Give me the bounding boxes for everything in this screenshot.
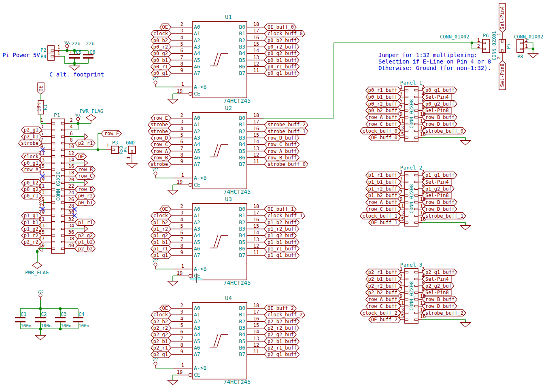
label-Sel-Pin8[interactable]: Sel-Pin8 xyxy=(422,107,451,114)
label-p1_g1_buff[interactable]: p1_g1_buff xyxy=(422,172,457,178)
label-p2_g1[interactable]: p2_g1 xyxy=(21,127,42,133)
label-p1_b2[interactable]: p1_b2 xyxy=(151,219,171,226)
label-p0_r2_buff[interactable]: p0_r2_buff xyxy=(366,101,401,107)
label-Sel-Pin4[interactable]: Sel-Pin4 xyxy=(422,276,451,282)
label-p2_g2[interactable]: p2_g2 xyxy=(75,232,95,239)
label-p0_r2_buff[interactable]: p0_r2_buff xyxy=(264,44,299,50)
connector-P7[interactable]: Sel-Pin41CONN_02X01P72Sel-Pin8 xyxy=(491,3,512,90)
label-OE_buff_0[interactable]: OE_buff_0 xyxy=(264,24,296,30)
label-row_D_buff[interactable]: row_D_buff xyxy=(264,135,299,141)
label-p1_r2_buff[interactable]: p1_r2_buff xyxy=(264,226,299,232)
label-strobe[interactable]: strobe xyxy=(19,140,42,146)
label-p0_g2[interactable]: p0_g2 xyxy=(151,50,171,57)
label-p2_b2_buff[interactable]: p2_b2_buff xyxy=(366,289,401,296)
label-Sel-Pin8[interactable]: Sel-Pin8 xyxy=(422,192,451,199)
label-clock_buff_2[interactable]: clock_buff_2 xyxy=(360,310,401,316)
label-clock_buff_1[interactable]: clock_buff_1 xyxy=(264,212,305,219)
label-OE[interactable]: OE xyxy=(38,83,44,94)
label-OE_buff_2[interactable]: OE_buff_2 xyxy=(264,305,296,311)
label-Sel-Pin4[interactable]: Sel-Pin4 xyxy=(499,3,506,32)
label-p0_b1[interactable]: p0_b1 xyxy=(151,57,171,64)
label-row_B_buff[interactable]: row_B_buff xyxy=(264,155,299,161)
label-p1_g2_buf[interactable]: p1_g2_buf xyxy=(264,232,296,239)
label-p0_r2[interactable]: p0_r2 xyxy=(151,44,171,50)
label-p0_r1_buff[interactable]: p0_r1_buff xyxy=(264,64,299,70)
label-strobe[interactable]: strobe xyxy=(148,128,171,135)
label-p2_r1_buff[interactable]: p2_r1_buff xyxy=(366,269,401,275)
label-p2_r2[interactable]: p2_r2 xyxy=(151,325,171,331)
label-row_B[interactable]: row_B xyxy=(151,155,171,161)
panel-connector-Panel-1[interactable]: Panel-1CONN_02X081p0_r1_buff3p0_b1_buff5… xyxy=(360,80,471,145)
label-row_C_buff[interactable]: row_C_buff xyxy=(366,206,401,212)
label-row_C_buff[interactable]: row_C_buff xyxy=(264,141,299,148)
label-p1_b2_buff[interactable]: p1_b2_buff xyxy=(264,219,299,226)
label-p0_g1_buff[interactable]: p0_g1_buff xyxy=(422,87,457,93)
label-row_C[interactable]: row_C xyxy=(151,141,171,148)
panel-connector-Panel-2[interactable]: Panel-2CONN_02X081p1_r1_buff3p1_b1_buff5… xyxy=(360,165,471,230)
label-p0_g1_buff[interactable]: p0_g1_buff xyxy=(264,70,299,76)
label-p1_b1[interactable]: p1_b1 xyxy=(151,239,171,246)
label-p2_g1[interactable]: p2_g1 xyxy=(151,351,171,358)
label-OE_buff_1[interactable]: OE_buff_1 xyxy=(264,206,296,212)
label-p1_b1_buff[interactable]: p1_b1_buff xyxy=(366,179,401,185)
buffer-U4[interactable]: U474HCT2452A0OE3A1clock4A2p2_b25A3p2_r26… xyxy=(151,295,305,385)
label-row_B_buff[interactable]: row_B_buff xyxy=(422,296,457,303)
label-row_D_buff[interactable]: row_D_buff xyxy=(422,303,457,309)
label-p2_r2_buff[interactable]: p2_r2_buff xyxy=(264,325,299,331)
label-p2_b1[interactable]: p2_b1 xyxy=(151,338,171,345)
label-row_C_buff[interactable]: row_C_buff xyxy=(366,303,401,309)
label-p0_b2_buff[interactable]: p0_b2_buff xyxy=(366,107,401,114)
label-p2_r1[interactable]: p2_r1 xyxy=(75,140,95,146)
label-p0_r2[interactable]: p0_r2 xyxy=(75,193,95,199)
label-p0_r1[interactable]: p0_r1 xyxy=(151,64,171,70)
label-p2_b1_buff[interactable]: p2_b1_buff xyxy=(264,338,299,345)
label-strobe_buff_0[interactable]: strobe_buff_0 xyxy=(264,161,308,167)
label-Sel-Pin4[interactable]: Sel-Pin4 xyxy=(422,94,451,100)
buffer-U3[interactable]: U374HCT2452A0OE3A1clock4A2p1_b25A3p1_r26… xyxy=(151,196,305,286)
label-p2_g1_buff[interactable]: p2_g1_buff xyxy=(264,351,299,358)
buffer-U1[interactable]: U174HCT2452A0OE3A1clock4A2p0_b25A3p0_r26… xyxy=(151,14,305,104)
label-p1_r2_buff[interactable]: p1_r2_buff xyxy=(366,186,401,192)
label-p1_g1[interactable]: p1_g1 xyxy=(151,252,171,259)
label-p0_g2_buff[interactable]: p0_g2_buff xyxy=(422,101,457,107)
label-p2_r1_buff[interactable]: p2_r1_buff xyxy=(264,345,299,351)
label-p2_g2_buf[interactable]: p2_g2_buf xyxy=(264,331,296,338)
label-strobe_buff_1[interactable]: strobe_buff_1 xyxy=(422,213,466,219)
label-strobe_buff_2[interactable]: strobe_buff_2 xyxy=(422,310,466,316)
label-Sel-Pin4[interactable]: Sel-Pin4 xyxy=(422,179,451,185)
label-OE[interactable]: OE xyxy=(160,24,171,30)
label-row_B_buff[interactable]: row_B_buff xyxy=(422,199,457,206)
label-row_A_buff[interactable]: row_A_buff xyxy=(264,148,299,155)
label-p2_b1_buff[interactable]: p2_b1_buff xyxy=(366,276,401,282)
label-strobe[interactable]: strobe xyxy=(148,121,171,128)
label-clock[interactable]: clock xyxy=(151,311,171,318)
label-row_D[interactable]: row_D xyxy=(151,135,171,141)
label-p1_b1_buff[interactable]: p1_b1_buff xyxy=(264,239,299,246)
label-row_B_buff[interactable]: row_B_buff xyxy=(422,114,457,121)
label-row_A_buff[interactable]: row_A_buff xyxy=(366,199,401,206)
panel-connector-Panel-3[interactable]: Panel-3CONN_02X081p2_r1_buff3p2_b1_buff5… xyxy=(360,262,471,327)
label-OE_buff_0[interactable]: OE_buff_0 xyxy=(369,134,401,141)
label-Sel-Pin8[interactable]: Sel-Pin8 xyxy=(422,289,451,296)
label-clock_buff_2[interactable]: clock_buff_2 xyxy=(264,311,305,318)
label-p1_g1_buff[interactable]: p1_g1_buff xyxy=(264,252,299,259)
label-p2_r2_buff[interactable]: p2_r2_buff xyxy=(366,283,401,289)
label-p1_b2_buff[interactable]: p1_b2_buff xyxy=(366,192,401,199)
label-p1_r1_buff[interactable]: p1_r1_buff xyxy=(366,172,401,178)
label-clock[interactable]: clock xyxy=(151,212,171,219)
label-row_A_buff[interactable]: row_A_buff xyxy=(366,114,401,121)
label-p0_b1_buff[interactable]: p0_b1_buff xyxy=(366,94,401,100)
resistor-R1[interactable]: OE10kR1 xyxy=(36,83,51,123)
label-p2_b2[interactable]: p2_b2 xyxy=(75,246,95,252)
label-p2_b2[interactable]: p2_b2 xyxy=(151,318,171,325)
label-p2_b1[interactable]: p2_b1 xyxy=(21,133,42,140)
label-p1_r1[interactable]: p1_r1 xyxy=(151,246,171,252)
label-row_C_buff[interactable]: row_C_buff xyxy=(366,121,401,127)
label-OE[interactable]: OE xyxy=(160,206,171,212)
label-p1_r1_buff[interactable]: p1_r1_buff xyxy=(264,246,299,252)
label-row_B[interactable]: row_B xyxy=(75,166,95,173)
label-OE[interactable]: OE xyxy=(160,305,171,311)
label-p1_r2[interactable]: p1_r2 xyxy=(151,226,171,232)
aux-connectors[interactable]: row_E1P3RxDP5GND1 xyxy=(97,130,137,168)
label-clock_buff_0[interactable]: clock_buff_0 xyxy=(264,30,305,37)
